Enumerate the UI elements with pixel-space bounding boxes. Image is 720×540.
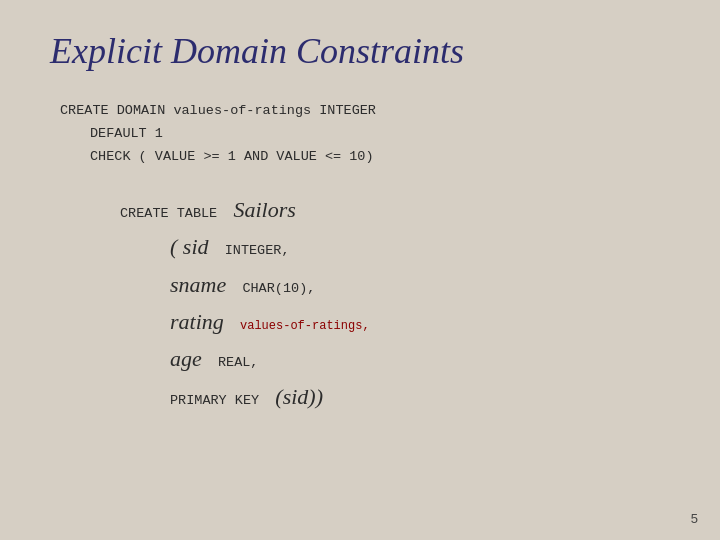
check-line: CHECK ( VALUE >= 1 AND VALUE <= 10) xyxy=(90,146,670,169)
code-section: CREATE DOMAIN values-of-ratings INTEGER … xyxy=(60,100,670,415)
slide-container: Explicit Domain Constraints CREATE DOMAI… xyxy=(0,0,720,540)
primary-key-value: (sid)) xyxy=(275,384,323,409)
age-keyword: age xyxy=(170,346,202,371)
sid-line: ( sid INTEGER, xyxy=(170,228,670,265)
age-type: REAL, xyxy=(218,355,259,370)
rating-domain-ref: values-of-ratings, xyxy=(240,319,370,333)
primary-key-line: PRIMARY KEY (sid)) xyxy=(170,378,670,415)
create-table-keyword: CREATE TABLE xyxy=(120,206,217,221)
table-name: Sailors xyxy=(233,197,295,222)
spacer xyxy=(60,169,670,191)
page-number: 5 xyxy=(691,511,698,526)
primary-key-keyword: PRIMARY KEY xyxy=(170,393,259,408)
sname-type: CHAR(10), xyxy=(242,281,315,296)
create-domain-text: CREATE DOMAIN values-of-ratings INTEGER xyxy=(60,103,376,118)
check-rest: ( VALUE >= 1 AND VALUE <= 10) xyxy=(131,149,374,164)
sname-line: sname CHAR(10), xyxy=(170,266,670,303)
rating-line: rating values-of-ratings, xyxy=(170,303,670,340)
slide-title: Explicit Domain Constraints xyxy=(50,30,670,72)
check-keyword: CHECK xyxy=(90,149,131,164)
create-table-line: CREATE TABLE Sailors xyxy=(120,191,670,228)
rating-keyword: rating xyxy=(170,309,224,334)
sid-type: INTEGER, xyxy=(225,243,290,258)
sid-paren: ( sid xyxy=(170,234,209,259)
default-text: DEFAULT 1 xyxy=(90,126,163,141)
default-line: DEFAULT 1 xyxy=(90,123,670,146)
age-line: age REAL, xyxy=(170,340,670,377)
create-domain-line: CREATE DOMAIN values-of-ratings INTEGER xyxy=(60,100,670,123)
sname-keyword: sname xyxy=(170,272,226,297)
